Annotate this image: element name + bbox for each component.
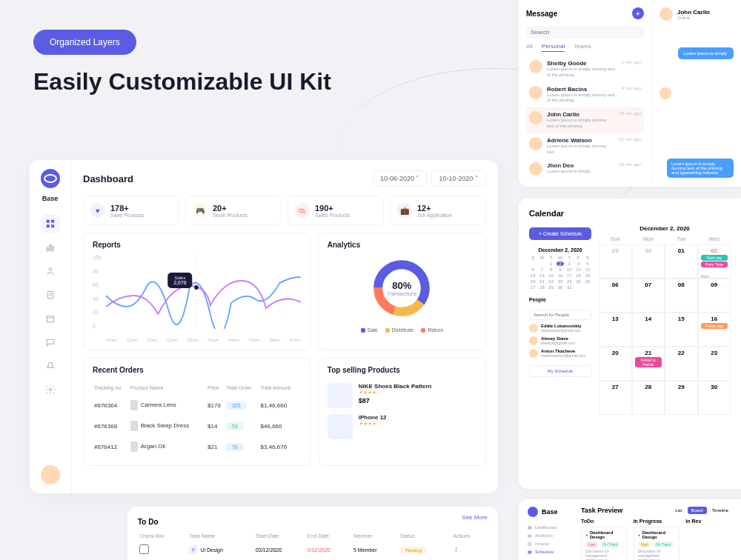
search-input[interactable]	[526, 26, 644, 39]
stat-jobs: 💼12+Job Application	[390, 196, 486, 225]
chat-bubble: Lorem ipsum is simply dummy text of the …	[667, 159, 734, 178]
svg-rect-1	[51, 220, 54, 223]
message-item[interactable]: Adriene WatsonLorem ipsum is simply dumm…	[526, 133, 644, 159]
task-card[interactable]: Dashboard DesignHighOn TrackDiscussion f…	[634, 527, 680, 560]
product-image	[328, 414, 353, 439]
nav-schedule[interactable]: ▦ Schedule	[528, 547, 574, 556]
nav-messages-icon[interactable]	[41, 333, 60, 352]
messages-panel: Message+ All Personal Teams Shelby Goode…	[519, 0, 741, 187]
tab-board[interactable]: Board	[688, 507, 707, 514]
svg-rect-11	[47, 316, 53, 322]
svg-rect-4	[47, 247, 48, 251]
table-row[interactable]: #876364Camera Lens$178325$1,46,660	[94, 396, 299, 415]
todo-panel: To DoSee More Check BoxTask NameStart Da…	[127, 507, 498, 560]
mini-calendar[interactable]: December 2, 2020 SMTWTFS 12345 678910111…	[529, 247, 591, 290]
date-to[interactable]: 10-10-2020 ˅	[431, 170, 486, 187]
organized-layers-badge: Organized Layers	[33, 30, 136, 55]
status-badge: Pending	[400, 547, 427, 554]
create-schedule-button[interactable]: + Create Schedule	[529, 227, 591, 240]
todo-checkbox[interactable]	[139, 544, 149, 554]
nav-settings-icon[interactable]	[41, 380, 60, 399]
message-item[interactable]: Robert BacinsLorem ipsum is simply dummy…	[526, 82, 644, 108]
stat-sales: 🛍190+Sales Products	[288, 196, 384, 225]
nav-analytics[interactable]: ▤ Analytics	[528, 531, 574, 539]
brand-logo-icon	[528, 507, 538, 517]
nav-calendar-icon[interactable]	[41, 309, 60, 328]
nav-invoice-icon[interactable]	[41, 285, 60, 304]
dashboard-card: Base Dashboard 10-06-2020 ˅ 10-10-2020 ˅…	[30, 160, 498, 493]
svg-rect-0	[46, 220, 49, 223]
page-title: Dashboard	[83, 173, 133, 184]
brand-name: Base	[42, 195, 59, 202]
nav-analytics-icon[interactable]	[41, 238, 60, 257]
tab-personal[interactable]: Personal	[542, 43, 565, 52]
actions-icon[interactable]: ⋮	[453, 540, 486, 555]
products-card: Top selling Products NIKE Shoes Black Pa…	[318, 358, 486, 466]
nav-notification-icon[interactable]	[41, 356, 60, 376]
hero-title: Easily Customizable UI Kit	[33, 68, 331, 96]
chat-avatar	[659, 7, 673, 21]
svg-rect-2	[46, 224, 49, 227]
stat-stock: 🎮20+Stock Products	[185, 196, 282, 225]
sidebar: Base	[30, 160, 71, 493]
stat-save: ♥178+Save Products	[83, 196, 179, 225]
analytics-donut: 80%Transactions	[328, 255, 476, 321]
calendar-panel: Calendar + Create Schedule December 2, 2…	[519, 199, 741, 489]
message-item[interactable]: Jhon DeoLorem ipsum is simply29 min ago	[526, 159, 644, 179]
svg-rect-3	[51, 224, 54, 227]
briefcase-icon: 💼	[397, 203, 412, 218]
table-row[interactable]: #876368Black Sleep Dress$1453$46,660	[94, 416, 299, 436]
table-row[interactable]: #876412Argan Oil$2178$3,46,676	[94, 437, 299, 456]
message-item[interactable]: Shelby GoodeLorem ipsum is simply dummy …	[526, 56, 644, 82]
orders-table: Tracking noProduct NamePriceTotal OrderT…	[93, 380, 301, 458]
person-item[interactable]: Eddie Lobanovskiylobanovskiy@gmail.com	[529, 324, 591, 333]
my-schedule-button[interactable]: My Schedule	[529, 365, 591, 377]
big-calendar: December 2, 2020 SunMonTueWed 29 30 01 0…	[599, 225, 731, 415]
nav-dashboard-icon[interactable]	[41, 214, 60, 233]
heart-icon: ♥	[90, 203, 105, 218]
svg-point-7	[49, 268, 52, 271]
nav-dashboard[interactable]: ▦ Dashboard	[528, 523, 574, 531]
reports-card: Reports 100806040200 Sales2,678 10am11am…	[83, 233, 310, 350]
reports-chart: 100806040200 Sales2,678	[93, 255, 301, 336]
svg-rect-5	[49, 245, 50, 251]
tab-all[interactable]: All	[526, 43, 533, 52]
people-search[interactable]	[529, 310, 591, 320]
nav-invoice[interactable]: ▥ Invoice	[528, 539, 574, 547]
person-item[interactable]: Anton Tkachevetkacheveanton@gmail.com	[529, 349, 591, 358]
game-icon: 🎮	[193, 203, 207, 218]
user-avatar[interactable]	[41, 465, 60, 484]
brand-logo[interactable]	[41, 169, 60, 188]
tab-timeline[interactable]: Timeline	[708, 507, 732, 514]
date-from[interactable]: 10-06-2020 ˅	[373, 170, 428, 187]
person-item[interactable]: Alexey Stavealexeyst@gmail.com	[529, 336, 591, 345]
analytics-card: Analytics 80%Transactions Sale Distribut…	[318, 233, 486, 350]
chat-bubble: Lorem ipsum is simply	[678, 47, 734, 59]
product-item[interactable]: NIKE Shoes Black Pattern★★★★☆$87	[328, 380, 476, 411]
product-item[interactable]: iPhone 12★★★★☆	[328, 411, 476, 442]
task-card[interactable]: Dashboard DesignLowOn TrackDiscussion fo…	[581, 527, 628, 560]
message-item[interactable]: John CariloLorem ipsum is simply dummy t…	[526, 107, 644, 133]
bag-icon: 🛍	[295, 203, 310, 218]
tab-teams[interactable]: Teams	[574, 43, 591, 52]
tab-list[interactable]: List	[671, 507, 685, 514]
task-preview-panel: Base ▦ Dashboard ▤ Analytics ▥ Invoice ▦…	[519, 499, 741, 560]
see-more-link[interactable]: See More	[462, 514, 488, 521]
svg-point-15	[194, 285, 199, 290]
nav-users-icon[interactable]	[41, 261, 60, 281]
orders-card: Recent Orders Tracking noProduct NamePri…	[83, 358, 310, 466]
svg-point-13	[49, 388, 52, 391]
svg-rect-6	[52, 246, 53, 250]
chat-avatar-inline	[659, 87, 671, 99]
product-image	[328, 383, 353, 408]
todo-row[interactable]: FUi Design 03/12/2020 5/12/2020 5 Member…	[139, 540, 486, 555]
chart-tooltip: Sales2,678	[167, 273, 193, 288]
add-message-button[interactable]: +	[632, 7, 644, 19]
